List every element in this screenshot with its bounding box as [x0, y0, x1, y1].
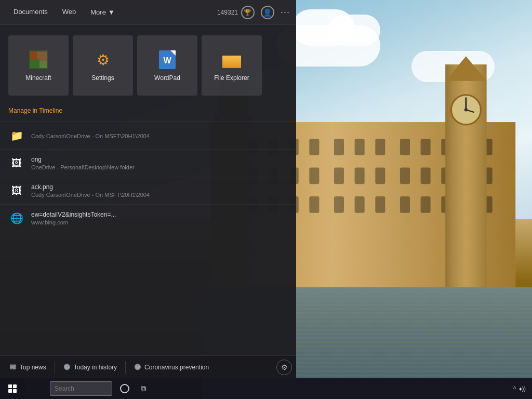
- speaker-icon[interactable]: ♦)): [519, 385, 526, 392]
- start-button[interactable]: [0, 378, 25, 399]
- app-tile-fileexplorer[interactable]: File Explorer: [202, 35, 262, 96]
- apps-section: Minecraft ⚙ Settings W WordPad: [0, 25, 296, 104]
- manage-timeline-link[interactable]: Manage in Timeline: [0, 104, 296, 122]
- wordpad-label: WordPad: [154, 74, 180, 82]
- points-badge: 149321 🏆: [217, 6, 255, 19]
- nav-more-arrow: ▼: [108, 8, 115, 16]
- svg-rect-11: [421, 139, 431, 155]
- recent-item-name: ew=detailV2&insightsToken=...: [31, 211, 288, 218]
- points-value: 149321: [217, 9, 238, 16]
- recent-item[interactable]: 🖼 ack.png Cody Carson\OneDrive - On MSFT…: [0, 177, 296, 205]
- taskbar-search-box[interactable]: [50, 381, 112, 396]
- nav-web[interactable]: Web: [55, 0, 84, 25]
- taskbar: ⧉ ^ ♦)): [0, 378, 532, 399]
- windows-logo-icon: [8, 384, 17, 393]
- news-today-history[interactable]: 🕐 Today in history: [58, 362, 122, 373]
- task-view-button[interactable]: ⧉: [135, 380, 152, 397]
- news-bottom-bar: 📰 Top news 🕐 Today in history 🕐 Coronavi…: [0, 355, 296, 378]
- svg-rect-19: [309, 168, 319, 184]
- settings-cog-icon: ⚙: [281, 363, 288, 371]
- trophy-icon[interactable]: 🏆: [241, 6, 255, 19]
- recent-item-path: OneDrive - Personal\Desktop\New folder: [31, 164, 288, 170]
- recent-item-info: Cody Carson\OneDrive - On MSFT\20H1\2004: [31, 132, 288, 139]
- settings-gear-icon: ⚙: [92, 49, 113, 70]
- corona-clock-icon: 🕐: [134, 364, 141, 371]
- svg-rect-35: [375, 196, 385, 213]
- wordpad-icon: W: [157, 49, 178, 70]
- minecraft-label: Minecraft: [25, 74, 51, 82]
- recent-item-path: Cody Carson\OneDrive - On MSFT\20H1\2004: [31, 192, 288, 198]
- search-input[interactable]: [55, 385, 99, 392]
- recent-item-name: ong: [31, 156, 288, 163]
- recent-item-info: ong OneDrive - Personal\Desktop\New fold…: [31, 156, 288, 170]
- svg-rect-24: [421, 168, 431, 184]
- taskbar-icons: ⧉: [116, 380, 152, 397]
- people-icon[interactable]: 👤: [261, 6, 274, 19]
- app-tile-wordpad[interactable]: W WordPad: [137, 35, 197, 96]
- app-tile-minecraft[interactable]: Minecraft: [8, 35, 69, 96]
- recent-item-name: ack.png: [31, 183, 288, 191]
- nav-more-label: More: [90, 8, 106, 16]
- news-top-news[interactable]: 📰 Top news: [4, 362, 51, 373]
- svg-rect-32: [309, 196, 319, 213]
- svg-rect-6: [309, 139, 319, 155]
- history-clock-icon: 🕐: [63, 364, 71, 371]
- minecraft-icon: [28, 49, 49, 70]
- coronavirus-label: Coronavirus prevention: [144, 364, 209, 371]
- news-divider: [55, 361, 55, 374]
- cortana-button[interactable]: [116, 380, 133, 397]
- recent-item-web-icon: 🌐: [8, 210, 25, 227]
- tray-chevron[interactable]: ^: [513, 385, 516, 392]
- svg-rect-7: [334, 139, 344, 155]
- svg-rect-10: [400, 139, 410, 155]
- news-divider-2: [125, 361, 126, 374]
- recent-item[interactable]: 🌐 ew=detailV2&insightsToken=... www.bing…: [0, 205, 296, 232]
- today-history-label: Today in history: [74, 364, 117, 371]
- app-tile-settings[interactable]: ⚙ Settings: [73, 35, 133, 96]
- apps-grid: Minecraft ⚙ Settings W WordPad: [8, 35, 288, 96]
- svg-rect-22: [375, 168, 385, 184]
- task-view-icon: ⧉: [141, 384, 147, 393]
- timeline-panel: Documents Web More ▼ 149321 🏆 👤 ···: [0, 0, 296, 378]
- recent-item-info: ew=detailV2&insightsToken=... www.bing.c…: [31, 211, 288, 225]
- recent-item-path: www.bing.com: [31, 219, 288, 225]
- recent-item[interactable]: 🖼 ong OneDrive - Personal\Desktop\New fo…: [0, 150, 296, 177]
- top-news-label: Top news: [20, 364, 46, 371]
- svg-rect-33: [334, 196, 344, 213]
- svg-rect-37: [421, 196, 431, 213]
- panel-topbar-right: 149321 🏆 👤 ···: [217, 6, 290, 19]
- svg-rect-34: [355, 196, 365, 213]
- svg-rect-36: [400, 196, 410, 213]
- recent-files-section: 📁 Cody Carson\OneDrive - On MSFT\20H1\20…: [0, 122, 296, 355]
- newspaper-icon: 📰: [9, 364, 17, 371]
- nav-documents[interactable]: Documents: [6, 0, 55, 25]
- recent-item-info: ack.png Cody Carson\OneDrive - On MSFT\2…: [31, 183, 288, 198]
- recent-item-png-icon: 🖼: [8, 182, 25, 199]
- nav-more[interactable]: More ▼: [83, 0, 122, 25]
- recent-item-path: Cody Carson\OneDrive - On MSFT\20H1\2004: [31, 133, 288, 139]
- taskbar-tray: ^ ♦)): [513, 385, 532, 392]
- svg-rect-23: [400, 168, 410, 184]
- svg-rect-20: [334, 168, 344, 184]
- cortana-icon: [120, 384, 129, 393]
- svg-rect-8: [355, 139, 365, 155]
- news-coronavirus[interactable]: 🕐 Coronavirus prevention: [129, 362, 214, 373]
- svg-rect-9: [375, 139, 385, 155]
- system-tray: ^ ♦)): [513, 385, 526, 392]
- fileexplorer-icon: [221, 49, 242, 70]
- news-settings-button[interactable]: ⚙: [276, 360, 292, 375]
- settings-label: Settings: [91, 74, 114, 82]
- fileexplorer-label: File Explorer: [214, 74, 249, 82]
- recent-item-folder-icon: 📁: [8, 127, 25, 144]
- recent-item-image-icon: 🖼: [8, 155, 25, 171]
- panel-topbar: Documents Web More ▼ 149321 🏆 👤 ···: [0, 0, 296, 25]
- more-options-button[interactable]: ···: [281, 7, 290, 18]
- recent-item[interactable]: 📁 Cody Carson\OneDrive - On MSFT\20H1\20…: [0, 122, 296, 150]
- svg-rect-21: [355, 168, 365, 184]
